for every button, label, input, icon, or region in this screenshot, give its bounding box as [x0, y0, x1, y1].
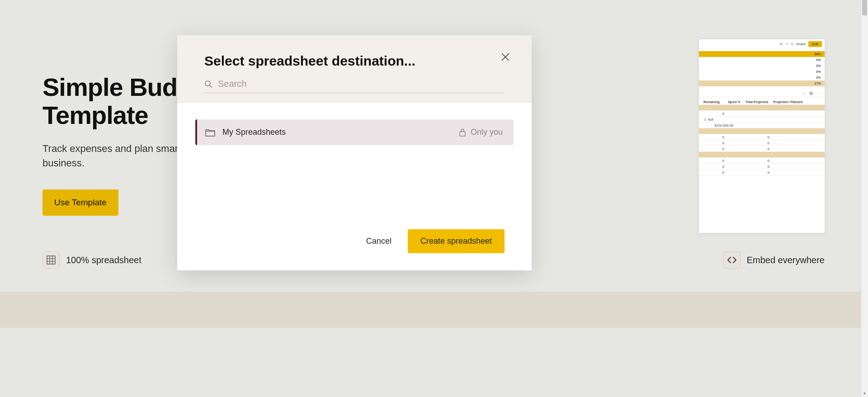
spreadsheet-icon [42, 251, 60, 269]
svg-rect-0 [47, 256, 55, 264]
preview-row: 00 [699, 140, 825, 146]
preview-header: Projected / Planned [771, 100, 807, 104]
svg-line-8 [210, 85, 212, 88]
preview-row: 00 [699, 170, 825, 175]
preview-pct-row: 0% [699, 75, 825, 80]
modal-body: My Spreadsheets Only you [177, 103, 532, 145]
preview-pct-row: 17% [699, 80, 825, 86]
create-spreadsheet-button[interactable]: Create spreadsheet [408, 229, 505, 253]
hero-title-line2: Template [42, 101, 148, 129]
modal-header: Select spreadsheet destination... [177, 35, 532, 103]
page-background: Simple Budget Template Track expenses an… [0, 0, 868, 397]
preview-pct-row: 30% [699, 51, 825, 57]
preview-row [699, 152, 825, 158]
preview-icon: ⌕ [803, 91, 806, 95]
preview-row: 00 [699, 134, 825, 140]
preview-row [699, 105, 825, 111]
modal-title: Select spreadsheet destination... [204, 53, 505, 69]
preview-row [699, 128, 825, 134]
preview-icon: ⧉ [780, 42, 783, 47]
preview-row: 1 N/A [699, 117, 825, 123]
preview-share-label: Share [796, 42, 806, 46]
preview-header: Total Projected [744, 100, 771, 104]
preview-icon: ↗ [785, 42, 788, 46]
feature-left-label: 100% spreadsheet [66, 255, 142, 265]
feature-left: 100% spreadsheet [42, 251, 142, 269]
search-wrap [204, 79, 505, 93]
preview-icon: ⎘ [791, 42, 793, 46]
scrollbar-thumb[interactable] [862, 0, 867, 15]
preview-table: Remaining Spent % Total Projected Projec… [699, 97, 825, 177]
preview-edit-button: Edit [808, 41, 822, 47]
destination-modal: Select spreadsheet destination... My Spr… [177, 35, 532, 270]
search-input[interactable] [218, 79, 505, 89]
preview-row: $150,000.00 [699, 123, 825, 128]
preview-pct-row: 0% [699, 69, 825, 75]
preview-icon: ⋯ [817, 91, 821, 95]
svg-point-7 [205, 81, 210, 86]
preview-pct-row: 0% [699, 63, 825, 69]
preview-row: 00 [699, 146, 825, 152]
preview-header-row: Remaining Spent % Total Projected Projec… [699, 99, 825, 105]
preview-row: 0 [699, 111, 825, 117]
preview-pct-row: 0% [699, 57, 825, 63]
preview-mid-toolbar: ⌕ ▦ ⋯ [699, 89, 825, 97]
search-icon [204, 80, 212, 88]
vertical-scrollbar[interactable]: ▾ [861, 0, 868, 397]
bottom-band [0, 292, 868, 328]
destination-privacy-label: Only you [471, 128, 503, 137]
preview-header: Remaining [699, 100, 726, 104]
use-template-button[interactable]: Use Template [42, 189, 118, 216]
close-button[interactable] [501, 52, 512, 63]
cancel-button[interactable]: Cancel [366, 236, 392, 246]
feature-right: Embed everywhere [723, 251, 825, 269]
feature-right-label: Embed everywhere [747, 255, 825, 265]
embed-icon [723, 251, 741, 269]
preview-row: 00 [699, 164, 825, 170]
svg-rect-9 [460, 132, 465, 136]
preview-toolbar: ⧉ ↗ ⎘ Share Edit [699, 39, 825, 49]
preview-icon: ▦ [809, 91, 813, 95]
destination-privacy: Only you [459, 128, 503, 137]
modal-footer: Cancel Create spreadsheet [177, 216, 532, 270]
spreadsheet-preview: ⧉ ↗ ⎘ Share Edit 30% 0% 0% 0% 0% 17% ⌕ ▦… [698, 39, 825, 233]
destination-item-my-spreadsheets[interactable]: My Spreadsheets Only you [195, 119, 514, 145]
lock-icon [459, 128, 466, 137]
scrollbar-down-arrow[interactable]: ▾ [861, 390, 868, 397]
preview-row: 00 [699, 158, 825, 164]
preview-pct-column: 30% 0% 0% 0% 0% 17% [699, 51, 825, 86]
destination-name: My Spreadsheets [222, 128, 452, 137]
folder-icon [205, 128, 215, 137]
preview-header: Spent % [726, 100, 744, 104]
